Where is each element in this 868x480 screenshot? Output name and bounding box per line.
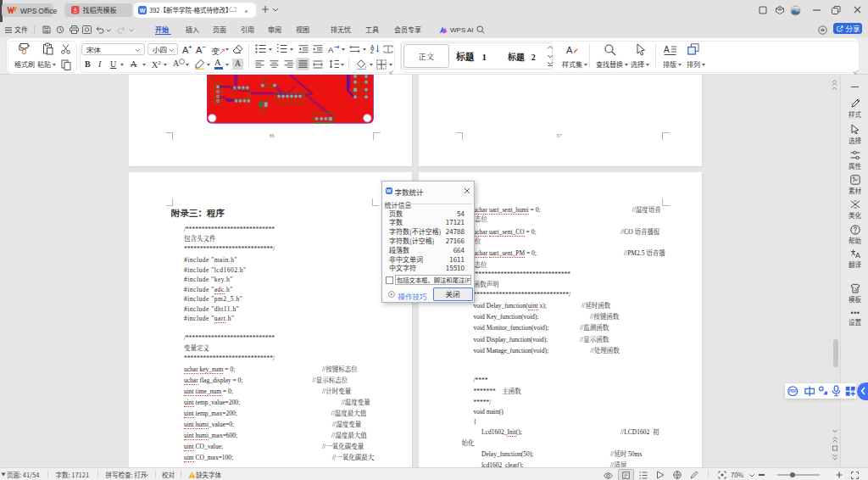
svg-text:J: J (309, 118, 311, 122)
svg-text:R2: R2 (261, 78, 266, 83)
svg-text:U4: U4 (209, 77, 214, 82)
svg-text:A: A (566, 45, 573, 55)
svg-text:U: U (230, 82, 232, 87)
svg-text:Z: Z (370, 48, 374, 53)
svg-text:C10: C10 (259, 111, 266, 116)
svg-text:PDF: PDF (789, 389, 797, 393)
svg-text:A: A (664, 45, 670, 54)
svg-text:S: S (359, 83, 361, 87)
